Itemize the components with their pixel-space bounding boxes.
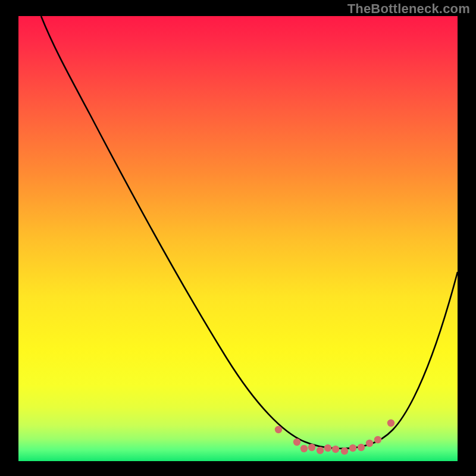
optimal-dot (387, 419, 394, 427)
optimal-dot (374, 436, 381, 443)
optimal-dot (308, 444, 315, 451)
optimal-dot (349, 444, 356, 452)
optimal-dot (332, 446, 339, 453)
plot-area (18, 16, 458, 461)
optimal-dot (300, 445, 308, 452)
optimal-dot (358, 444, 365, 451)
watermark-text: TheBottleneck.com (347, 1, 470, 17)
plot-svg (18, 16, 458, 461)
gradient-background (18, 16, 458, 461)
optimal-dot (293, 439, 300, 446)
chart-frame: TheBottleneck.com (0, 0, 476, 476)
optimal-dot (341, 447, 348, 455)
optimal-dot (317, 447, 324, 454)
optimal-dot (275, 426, 282, 433)
optimal-dot (366, 440, 373, 447)
optimal-dot (324, 444, 331, 452)
